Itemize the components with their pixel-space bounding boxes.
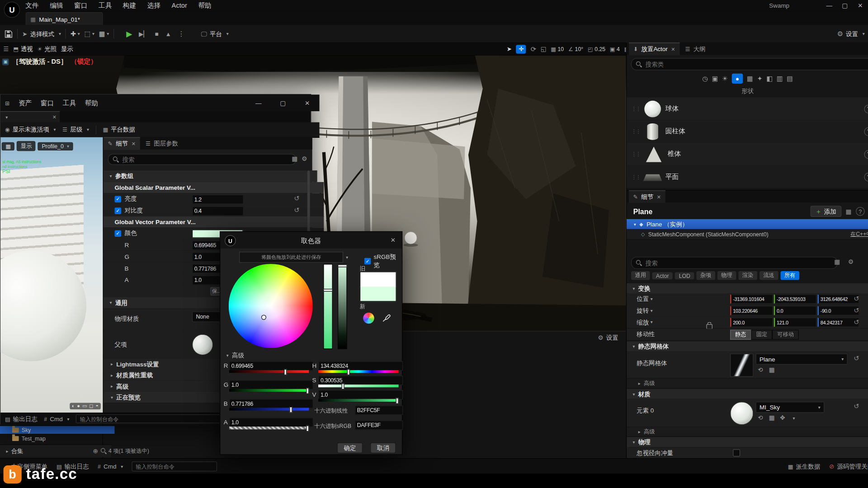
minimize-button[interactable]: — — [251, 94, 266, 111]
drag-grip-icon[interactable]: ⋮⋮ — [631, 151, 640, 157]
menu-build[interactable]: 构建 — [123, 1, 136, 10]
g-channel-field[interactable]: 1.0 — [229, 380, 313, 389]
scale-snap-control[interactable]: ◰ 0.25 — [588, 46, 605, 52]
menu-file[interactable]: 文件 — [25, 1, 38, 10]
material-options-icon[interactable]: ✥ — [780, 414, 785, 422]
parent-material-thumbnail[interactable] — [192, 334, 213, 356]
tab-place-actors[interactable]: ⬇ 放置Actor ✕ — [629, 42, 679, 55]
play-options-kebab-icon[interactable]: ⋮ — [178, 30, 184, 38]
scrollbar-thumb[interactable] — [307, 170, 310, 237]
mat-console-input[interactable] — [76, 414, 222, 423]
add-component-button[interactable]: ＋ 添加 — [810, 206, 841, 217]
minimize-button[interactable]: — — [821, 0, 837, 11]
v-channel-slider[interactable] — [318, 399, 399, 402]
save-icon[interactable] — [5, 30, 13, 38]
grid-snap-control[interactable]: ▦ 10 — [551, 46, 564, 52]
contrast-field[interactable]: 0.4 — [192, 206, 244, 216]
scale-x-field[interactable]: 200.0 — [730, 318, 773, 327]
place-item-plane[interactable]: ⋮⋮ 平面 ? — [627, 165, 868, 188]
chevron-down-icon[interactable]: ▾ — [651, 320, 653, 325]
reset-icon[interactable]: ↺ — [854, 402, 859, 410]
mat-tab-details[interactable]: ✎ 细节 ✕ — [104, 137, 140, 150]
pilot-icon[interactable]: ▣ — [2, 58, 9, 65]
close-icon[interactable]: ✕ — [132, 141, 136, 146]
mat-menu-asset[interactable]: 资产 — [19, 98, 32, 108]
r-channel-slider[interactable] — [229, 370, 309, 373]
materials-advanced-toggle[interactable]: ▸ 高级 — [627, 427, 868, 436]
rotate-tool-icon[interactable]: ⟳ — [531, 45, 536, 53]
cancel-button[interactable]: 取消 — [370, 443, 396, 453]
recent-icon[interactable]: ◷ — [702, 75, 708, 82]
reset-icon[interactable]: ↺ — [854, 355, 859, 362]
scale-y-field[interactable]: 121.0 — [774, 318, 816, 327]
mat-section-param-group[interactable]: ▾ 参数组 — [104, 170, 317, 182]
browse-to-asset-icon[interactable]: ▦ — [769, 366, 775, 374]
filter-chip[interactable]: LOD — [675, 272, 694, 279]
move-tool-icon[interactable]: ✛ — [516, 45, 526, 54]
preview-shape-cube-icon[interactable]: ◻ — [89, 404, 93, 409]
filter-chip[interactable]: 渲染 — [738, 271, 757, 280]
preview-mesh-icon[interactable]: ▦ — [2, 142, 15, 150]
mobility-stationary-button[interactable]: 固定 — [751, 329, 773, 339]
play-icon[interactable]: ▶ — [126, 29, 132, 38]
slider-marker[interactable] — [342, 384, 344, 389]
mat-menu-window[interactable]: 窗口 — [41, 98, 54, 108]
drag-grip-icon[interactable]: ⋮⋮ — [631, 174, 640, 179]
mat-tab-layer-params[interactable]: ☰ 图层参数 — [140, 137, 184, 150]
help-icon[interactable]: ? — [856, 207, 865, 216]
details-view-options-icon[interactable]: ▦ — [834, 258, 840, 266]
mat-output-log-button[interactable]: ▤ 输出日志 — [5, 415, 38, 423]
mat-settings-icon[interactable]: ⚙ — [302, 155, 307, 163]
static-mesh-combo[interactable]: Plane ▾ — [755, 353, 847, 364]
mat-search[interactable]: 搜索 — [108, 154, 296, 164]
mat-menu-help[interactable]: 帮助 — [85, 98, 98, 108]
r-channel-field[interactable]: 0.699465 — [229, 361, 313, 371]
mat-asset-tab[interactable]: ▾ ✕ — [0, 111, 60, 123]
slider-marker[interactable] — [284, 369, 287, 375]
drag-grip-icon[interactable]: ⋮⋮ — [631, 128, 640, 134]
location-y-field[interactable]: -2043.539103 — [774, 294, 816, 304]
source-control-button[interactable]: ⊘ 源码管理关闭 — [829, 462, 868, 470]
viewport-menu-icon[interactable]: ☰ — [3, 45, 9, 52]
srgb-preview-checkbox[interactable]: sRGB预览 — [364, 253, 402, 270]
add-collection-icon[interactable]: ⊕ — [93, 447, 98, 455]
use-selected-icon[interactable]: ⟲ — [758, 414, 763, 422]
mat-vector-group-header[interactable]: Global Vector Parameter V... — [104, 216, 324, 227]
menu-actor[interactable]: Actor — [172, 2, 187, 9]
filter-chip[interactable]: 通用 — [631, 271, 650, 280]
filter-chip-all[interactable]: 所有 — [780, 271, 799, 280]
preview-mesh-custom-icon[interactable]: ◓ — [95, 404, 99, 409]
preview-profile-dropdown[interactable]: Profile_0 ▾ — [38, 142, 73, 150]
value-bar[interactable] — [338, 264, 347, 349]
mat-menu-tools[interactable]: 工具 — [63, 98, 76, 108]
eyedropper-icon[interactable] — [382, 313, 392, 323]
use-selected-icon[interactable]: ⟲ — [758, 366, 763, 374]
preview-shape-sphere-icon[interactable]: ● — [77, 404, 80, 409]
angle-snap-control[interactable]: ∠ 10° — [568, 46, 583, 52]
all-classes-icon[interactable]: ▤ — [787, 75, 793, 82]
place-actors-search[interactable]: 搜索类 — [631, 58, 868, 70]
close-button[interactable]: ✕ — [853, 0, 868, 11]
folder-row-sky[interactable]: Sky — [0, 426, 114, 434]
slider-marker[interactable] — [306, 388, 309, 394]
search-icon[interactable] — [101, 448, 107, 454]
details-search[interactable]: 搜索 — [631, 257, 838, 269]
add-actor-icon[interactable]: ✚▾ — [71, 30, 80, 38]
select-mode-dropdown[interactable]: ➤ 选择模式 ▾ — [22, 30, 61, 38]
platforms-dropdown[interactable]: 🖵 平台 ▾ — [201, 30, 229, 38]
param-enabled-checkbox[interactable] — [114, 196, 121, 202]
hierarchy-dropdown[interactable]: ☰ 层级 ▾ — [62, 126, 89, 134]
v-channel-field[interactable]: 1.0 — [318, 390, 403, 399]
geometry-icon[interactable]: ◧ — [766, 75, 773, 82]
saturation-marker[interactable] — [323, 289, 333, 291]
section-physics[interactable]: ▾ 物理 — [627, 437, 868, 447]
chevron-down-icon[interactable]: ▾ — [651, 308, 653, 313]
grid-icon[interactable]: ▦ — [846, 208, 852, 215]
ok-button[interactable]: 确定 — [337, 443, 363, 453]
chevron-down-icon[interactable]: ▾ — [793, 416, 795, 421]
section-transform[interactable]: ▾ 变换 — [627, 283, 868, 293]
console-input[interactable] — [132, 461, 217, 471]
a-channel-field[interactable]: 1.0 — [229, 418, 313, 427]
reset-icon[interactable]: ↺ — [854, 295, 859, 303]
chevron-down-icon[interactable]: ▾ — [634, 221, 636, 226]
